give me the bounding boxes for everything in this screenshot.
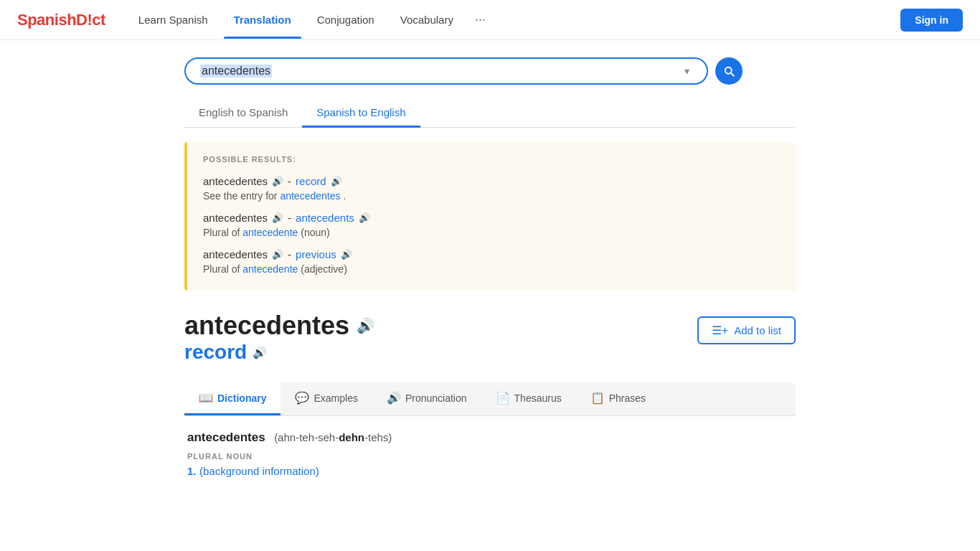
logo-text: SpanishD!ct <box>17 11 105 29</box>
nav-link-translation[interactable]: Translation <box>224 8 301 32</box>
word-title: antecedentes 🔊 <box>184 311 374 341</box>
navbar: SpanishD!ct Learn Spanish Translation Co… <box>0 0 980 40</box>
tab-spanish-to-english[interactable]: Spanish to English <box>302 99 420 128</box>
word-translation: record 🔊 <box>184 341 374 364</box>
tab-thesaurus-label: Thesaurus <box>514 392 562 404</box>
result-word-1: antecedentes <box>203 175 268 187</box>
sign-in-button[interactable]: Sign in <box>900 9 963 32</box>
result-translation-2[interactable]: antecedents <box>296 212 354 224</box>
result-sub-2: Plural of antecedente (noun) <box>203 227 780 238</box>
result-sub-link-3[interactable]: antecedente <box>242 263 298 275</box>
lang-tabs: English to Spanish Spanish to English <box>184 99 796 128</box>
pronunciation: (ahn-teh-seh-dehn-tehs) <box>274 431 392 443</box>
tab-dictionary[interactable]: 📖 Dictionary <box>184 382 281 415</box>
result-main-2: antecedentes 🔊 - antecedents 🔊 <box>203 212 780 224</box>
nav-link-conjugation[interactable]: Conjugation <box>307 8 385 32</box>
tab-phrases[interactable]: 📋 Phrases <box>576 382 660 415</box>
add-to-list-icon: ☰+ <box>712 324 728 337</box>
result-sub-suffix3b: (adjective) <box>301 263 347 275</box>
dictionary-icon: 📖 <box>199 391 213 405</box>
definition-link[interactable]: (background information) <box>199 465 319 477</box>
phrases-icon: 📋 <box>590 391 605 405</box>
add-to-list-label: Add to list <box>734 324 781 336</box>
result-main-1: antecedentes 🔊 - record 🔊 <box>203 175 780 187</box>
result-translation-1[interactable]: record <box>296 175 326 187</box>
audio-icon-2a[interactable]: 🔊 <box>272 212 283 223</box>
tab-examples-label: Examples <box>314 392 357 404</box>
result-sub-1: See the entry for antecedentes . <box>203 190 780 202</box>
result-translation-3[interactable]: previous <box>296 248 336 260</box>
word-translation-text: record <box>184 341 247 364</box>
definition-number: 1. <box>187 465 197 477</box>
examples-icon: 💬 <box>295 391 309 405</box>
audio-icon-1b[interactable]: 🔊 <box>331 176 342 187</box>
tab-examples[interactable]: 💬 Examples <box>281 382 372 415</box>
chevron-down-icon[interactable]: ▾ <box>684 65 689 77</box>
nav-link-learn-spanish[interactable]: Learn Spanish <box>128 8 218 32</box>
possible-results-section: POSSIBLE RESULTS: antecedentes 🔊 - recor… <box>184 142 796 291</box>
audio-icon-2b[interactable]: 🔊 <box>359 212 370 223</box>
tab-dictionary-label: Dictionary <box>217 392 266 404</box>
result-dash-3: - <box>288 248 291 260</box>
tab-thesaurus[interactable]: 📄 Thesaurus <box>481 382 576 415</box>
nav-more[interactable]: ··· <box>469 6 491 33</box>
thesaurus-icon: 📄 <box>496 391 510 405</box>
audio-icon-1a[interactable]: 🔊 <box>272 176 283 187</box>
nav-link-vocabulary[interactable]: Vocabulary <box>390 8 463 32</box>
search-icon <box>722 65 735 77</box>
main-content: antecedentes ▾ English to Spanish Spanis… <box>167 40 813 495</box>
result-sub-prefix-3: Plural of <box>203 263 240 275</box>
possible-results-label: POSSIBLE RESULTS: <box>203 155 780 164</box>
result-main-3: antecedentes 🔊 - previous 🔊 <box>203 248 780 260</box>
result-sub-link-2[interactable]: antecedente <box>242 227 298 238</box>
result-row-1: antecedentes 🔊 - record 🔊 See the entry … <box>203 175 780 202</box>
result-word-2: antecedentes <box>203 212 268 224</box>
add-to-list-button[interactable]: ☰+ Add to list <box>697 316 796 344</box>
result-dash-1: - <box>288 175 291 187</box>
logo[interactable]: SpanishD!ct <box>17 11 105 29</box>
word-title-text: antecedentes <box>184 311 349 341</box>
pronunciation-icon: 🔊 <box>387 391 401 405</box>
result-row-2: antecedentes 🔊 - antecedents 🔊 Plural of… <box>203 212 780 238</box>
search-container: antecedentes ▾ <box>184 57 796 85</box>
dict-tabs: 📖 Dictionary 💬 Examples 🔊 Pronunciation … <box>184 382 796 416</box>
search-input-value[interactable]: antecedentes <box>200 65 272 77</box>
audio-icon-3a[interactable]: 🔊 <box>272 249 283 260</box>
search-button[interactable] <box>715 57 743 85</box>
result-word-3: antecedentes <box>203 248 268 260</box>
search-box: antecedentes ▾ <box>184 57 708 85</box>
result-sub-prefix-1: See the entry for <box>203 190 278 202</box>
word-header: antecedentes 🔊 record 🔊 ☰+ Add to list <box>184 311 796 375</box>
result-sub-prefix-2: Plural of <box>203 227 240 238</box>
tab-pronunciation[interactable]: 🔊 Pronunciation <box>372 382 481 415</box>
result-row-3: antecedentes 🔊 - previous 🔊 Plural of an… <box>203 248 780 275</box>
result-sub-link-1[interactable]: antecedentes <box>280 190 340 202</box>
nav-links: Learn Spanish Translation Conjugation Vo… <box>128 6 900 33</box>
search-input[interactable] <box>272 65 684 77</box>
definition-row: 1. (background information) <box>187 465 793 478</box>
tab-english-to-spanish[interactable]: English to Spanish <box>184 99 302 128</box>
pos-label: PLURAL NOUN <box>187 452 793 461</box>
result-sub-3: Plural of antecedente (adjective) <box>203 263 780 275</box>
audio-icon-3b[interactable]: 🔊 <box>341 249 352 260</box>
word-title-group: antecedentes 🔊 record 🔊 <box>184 311 374 375</box>
result-sub-suffix2b: (noun) <box>301 227 329 238</box>
tab-phrases-label: Phrases <box>609 392 646 404</box>
result-sub-suffix-1: . <box>343 190 346 202</box>
translation-audio-icon[interactable]: 🔊 <box>253 346 267 359</box>
result-dash-2: - <box>288 212 291 224</box>
tab-pronunciation-label: Pronunciation <box>405 392 467 404</box>
entry-word: antecedentes <box>187 430 265 444</box>
word-entry: antecedentes (ahn-teh-seh-dehn-tehs) PLU… <box>184 430 796 478</box>
word-audio-icon[interactable]: 🔊 <box>357 317 374 334</box>
